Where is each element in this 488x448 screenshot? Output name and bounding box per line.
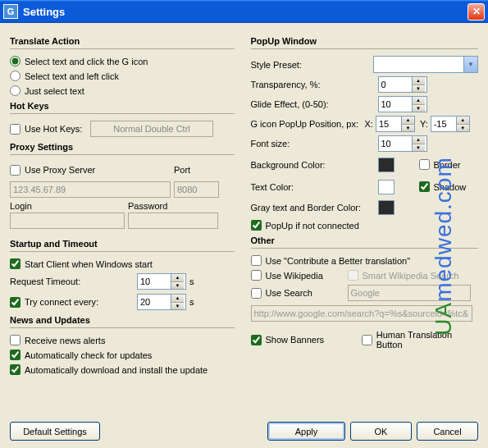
checkbox-show-banners[interactable]	[251, 335, 262, 345]
font-size-spin[interactable]: ▲▼	[378, 135, 427, 152]
pos-x-input[interactable]	[376, 117, 401, 131]
label-contribute: Use "Contribute a Better translation"	[266, 256, 411, 266]
label-style-preset: Style Preset:	[251, 60, 374, 70]
label-try-connect: Try connect every:	[25, 297, 137, 307]
checkbox-use-hotkeys[interactable]	[10, 124, 21, 135]
request-timeout-spin[interactable]: ▲▼	[137, 273, 186, 290]
label-border: Border	[434, 160, 461, 170]
label-autodl: Automatically download and install the u…	[25, 365, 208, 375]
pos-y-input[interactable]	[431, 117, 456, 131]
checkbox-popup-not-connected[interactable]	[251, 220, 262, 231]
checkbox-wikipedia[interactable]	[251, 270, 262, 281]
spin-up-icon[interactable]: ▲	[171, 274, 184, 282]
label-req-timeout: Request Timeout:	[10, 277, 137, 286]
hotkey-input	[90, 121, 213, 137]
close-icon[interactable]: ✕	[467, 3, 485, 21]
try-connect-spin[interactable]: ▲▼	[137, 294, 186, 310]
spin-up-icon[interactable]: ▲	[413, 77, 425, 85]
checkbox-try-connect[interactable]	[10, 297, 21, 308]
unit-s: s	[189, 277, 194, 286]
checkbox-start-client[interactable]	[10, 258, 21, 269]
label-use-proxy: Use Proxy Server	[25, 165, 95, 175]
label-y: Y:	[420, 119, 428, 129]
content: Translate Action Select text and click t…	[0, 23, 488, 415]
spin-down-icon[interactable]: ▼	[457, 125, 469, 132]
heading-proxy: Proxy Settings	[10, 142, 235, 152]
cancel-button[interactable]: Cancel	[417, 422, 478, 441]
label-port: Port	[174, 165, 215, 175]
label-use-search: Use Search	[266, 288, 348, 298]
heading-other: Other	[251, 235, 479, 245]
gray-color-swatch[interactable]	[378, 200, 395, 215]
heading-news: News and Updates	[10, 315, 235, 325]
heading-hotkeys: Hot Keys	[10, 101, 235, 111]
heading-popup: PopUp Window	[251, 36, 479, 46]
spin-down-icon[interactable]: ▼	[413, 105, 425, 112]
checkbox-receive-news[interactable]	[10, 335, 21, 345]
request-timeout-input[interactable]	[138, 274, 171, 289]
checkbox-border[interactable]	[419, 159, 430, 170]
chevron-down-icon[interactable]: ▼	[463, 57, 477, 72]
spin-up-icon[interactable]: ▲	[457, 117, 469, 125]
app-icon: G	[3, 4, 18, 19]
style-preset-select[interactable]: ▼	[373, 56, 478, 73]
pos-x-spin[interactable]: ▲▼	[376, 116, 415, 132]
default-settings-button[interactable]: Default Settings	[10, 422, 100, 441]
checkbox-human-translation[interactable]	[362, 335, 372, 345]
label-popup-pos: G icon PopUp Position, px:	[251, 119, 363, 129]
checkbox-smart-wikipedia	[348, 270, 358, 281]
checkbox-autodl[interactable]	[10, 364, 21, 375]
pos-y-spin[interactable]: ▲▼	[431, 116, 470, 132]
search-engine-input	[348, 285, 471, 301]
checkbox-use-search[interactable]	[251, 288, 262, 299]
radio-select-g-icon[interactable]	[10, 56, 21, 66]
heading-translate: Translate Action	[10, 36, 235, 46]
proxy-password-input	[128, 213, 218, 229]
titlebar: G Settings ✕	[0, 0, 488, 23]
proxy-login-input	[10, 213, 125, 229]
spin-down-icon[interactable]: ▼	[402, 125, 414, 132]
spin-down-icon[interactable]: ▼	[171, 303, 184, 310]
label-autocheck: Automatically check for updates	[25, 350, 152, 360]
label-popup-not-connected: PopUp if not connected	[266, 221, 359, 231]
label-text-color: Text Color:	[251, 182, 378, 192]
search-url-input	[251, 305, 472, 322]
spin-up-icon[interactable]: ▲	[413, 97, 425, 105]
transparency-input[interactable]	[379, 77, 412, 92]
spin-down-icon[interactable]: ▼	[171, 282, 184, 290]
radio-label: Select text and left click	[25, 71, 119, 81]
label-show-banners: Show Banners	[266, 335, 362, 345]
glide-spin[interactable]: ▲▼	[378, 96, 427, 112]
checkbox-autocheck[interactable]	[10, 350, 21, 360]
checkbox-use-proxy[interactable]	[10, 165, 21, 176]
font-size-input[interactable]	[379, 136, 412, 151]
transparency-spin[interactable]: ▲▼	[378, 76, 427, 93]
checkbox-contribute[interactable]	[251, 255, 262, 266]
radio-just-select[interactable]	[10, 85, 21, 96]
spin-down-icon[interactable]: ▼	[413, 85, 425, 93]
window-title: Settings	[23, 6, 65, 18]
text-color-swatch[interactable]	[378, 180, 395, 194]
label-gray-color: Gray text and Border Color:	[251, 203, 378, 213]
heading-startup: Startup and Timeout	[10, 239, 235, 249]
spin-up-icon[interactable]: ▲	[171, 295, 184, 303]
label-shadow: Shadow	[434, 182, 467, 192]
label-transparency: Transparency, %:	[251, 80, 378, 89]
radio-select-left-click[interactable]	[10, 71, 21, 81]
label-human-translation: Human Translation Button	[376, 330, 478, 350]
spin-down-icon[interactable]: ▼	[413, 144, 425, 152]
try-connect-input[interactable]	[138, 295, 171, 309]
checkbox-shadow[interactable]	[419, 181, 430, 192]
glide-input[interactable]	[379, 97, 412, 112]
proxy-port-input	[174, 181, 219, 198]
footer: Default Settings Apply OK Cancel	[0, 415, 488, 448]
bg-color-swatch[interactable]	[378, 158, 395, 172]
label-start-client: Start Client when Windows start	[25, 259, 153, 269]
apply-button[interactable]: Apply	[267, 422, 345, 441]
spin-up-icon[interactable]: ▲	[402, 117, 414, 125]
spin-up-icon[interactable]: ▲	[413, 136, 425, 144]
label-glide: Glide Effect, (0-50):	[251, 99, 378, 109]
ok-button[interactable]: OK	[350, 422, 412, 441]
label-smart-wikipedia: Smart Wikipedia Search	[363, 271, 459, 281]
radio-label: Select text and click the G icon	[25, 57, 148, 66]
